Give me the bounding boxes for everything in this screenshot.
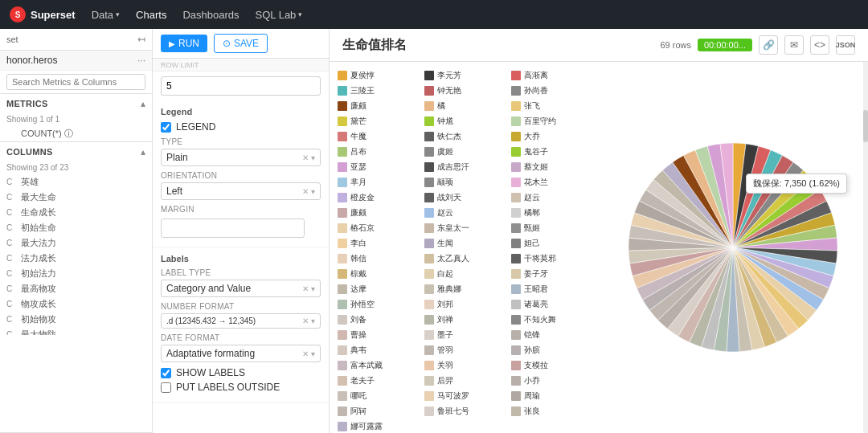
orientation-label: ORIENTATION bbox=[161, 171, 321, 180]
scrollbar[interactable] bbox=[863, 62, 868, 433]
legend-item: 娜可露露 bbox=[338, 419, 421, 433]
save-button[interactable]: ⊙ SAVE bbox=[214, 34, 268, 53]
legend-color bbox=[338, 345, 347, 355]
sidebar-db-item[interactable]: honor.heros ··· bbox=[0, 51, 152, 71]
column-item[interactable]: C最大法力 bbox=[0, 235, 152, 251]
row-limit-input[interactable] bbox=[161, 76, 321, 96]
legend-item: 孙膑 bbox=[511, 343, 595, 357]
col-type: C bbox=[6, 300, 18, 308]
column-item[interactable]: C初始生命 bbox=[0, 220, 152, 235]
date-format-select[interactable]: Adaptative formating ✕ ▾ bbox=[161, 345, 321, 362]
legend-text: 百里守约 bbox=[524, 116, 556, 127]
mail-icon[interactable]: ✉ bbox=[784, 35, 804, 55]
legend-color bbox=[424, 239, 434, 248]
legend-color bbox=[511, 147, 521, 157]
column-item[interactable]: C生命成长 bbox=[0, 205, 152, 220]
legend-item: 橘郸 bbox=[511, 206, 595, 220]
legend-item: 富本武藏 bbox=[338, 358, 421, 373]
metrics-section-header[interactable]: Metrics ▴ bbox=[0, 94, 152, 113]
legend-text: 老夫子 bbox=[350, 375, 375, 386]
legend-item: 马可波罗 bbox=[424, 389, 508, 403]
collapse-icon[interactable]: ↤ bbox=[137, 34, 145, 45]
legend-item: 钟馗 bbox=[424, 114, 508, 129]
nav-data[interactable]: Data ▾ bbox=[92, 9, 120, 21]
legend-color bbox=[338, 208, 347, 218]
legend-item: 诸葛亮 bbox=[511, 297, 595, 312]
label-type-value: Category and Value bbox=[166, 283, 251, 294]
columns-section-header[interactable]: Columns ▴ bbox=[0, 142, 152, 161]
nav-data-arrow: ▾ bbox=[116, 10, 120, 18]
column-item[interactable]: C英雄 bbox=[0, 174, 152, 190]
chart-panel: 生命值排名 69 rows 00:00:00... 🔗 ✉ <> JSON 夏侯… bbox=[330, 29, 868, 433]
col-type: C bbox=[6, 178, 18, 186]
col-name: 法力成长 bbox=[21, 252, 56, 264]
column-item[interactable]: C最大物防 bbox=[0, 327, 152, 335]
legend-text: 钟无艳 bbox=[437, 85, 461, 96]
legend-text: 刘备 bbox=[350, 314, 366, 325]
legend-color bbox=[511, 178, 521, 187]
sidebar-db-menu[interactable]: ··· bbox=[137, 55, 145, 66]
col-name: 最高物攻 bbox=[21, 283, 56, 295]
legend-color bbox=[511, 269, 521, 279]
show-labels-checkbox[interactable] bbox=[161, 368, 171, 378]
column-item[interactable]: C初始法力 bbox=[0, 266, 152, 281]
legend-text: 不知火舞 bbox=[524, 314, 556, 325]
legend-color bbox=[511, 376, 521, 386]
legend-color bbox=[424, 284, 434, 294]
put-labels-outside-checkbox[interactable] bbox=[161, 382, 171, 393]
legend-item: 刘备 bbox=[338, 312, 421, 327]
orientation-select[interactable]: Left ✕ ▾ bbox=[161, 182, 321, 200]
metrics-item[interactable]: COUNT(*) ⓘ bbox=[0, 126, 152, 141]
legend-text: 亚瑟 bbox=[350, 161, 366, 173]
legend-item: 李白 bbox=[338, 236, 421, 251]
label-type-arrow: ✕ ▾ bbox=[302, 284, 315, 293]
legend-color bbox=[511, 86, 521, 96]
legend-item: 刘禅 bbox=[424, 312, 508, 327]
search-input[interactable] bbox=[6, 74, 145, 90]
legend-text: 生闻 bbox=[437, 238, 453, 249]
legend-text: 阿轲 bbox=[350, 406, 366, 417]
column-item[interactable]: C物攻成长 bbox=[0, 296, 152, 312]
legend-color bbox=[511, 132, 521, 141]
legend-item: 廉颇 bbox=[338, 206, 421, 220]
orientation-arrow: ✕ ▾ bbox=[302, 187, 315, 196]
json-icon[interactable]: JSON bbox=[836, 35, 855, 55]
nav-dashboards[interactable]: Dashboards bbox=[182, 9, 239, 21]
logo-icon: S bbox=[10, 6, 26, 22]
nav-sqllab[interactable]: SQL Lab ▾ bbox=[256, 9, 303, 21]
legend-item: 战刘天 bbox=[424, 190, 508, 205]
column-item[interactable]: C法力成长 bbox=[0, 251, 152, 266]
nav-charts[interactable]: Charts bbox=[136, 9, 166, 21]
columns-section: Columns ▴ Showing 23 of 23 C英雄C最大生命C生命成长… bbox=[0, 142, 152, 433]
number-format-select[interactable]: .d (12345.432 → 12,345) ✕ ▾ bbox=[161, 313, 321, 329]
column-item[interactable]: C初始物攻 bbox=[0, 312, 152, 327]
code-icon[interactable]: <> bbox=[810, 35, 829, 55]
margin-input[interactable] bbox=[161, 219, 305, 238]
legend-color bbox=[338, 71, 347, 80]
legend-text: 牛魔 bbox=[350, 131, 366, 142]
col-name: 最大法力 bbox=[21, 237, 56, 249]
legend-area: 夏侯惇李元芳高渐离三陵王钟无艳孙尚香廉颇橘张飞黛芒钟馗百里守约牛魔铁仁杰大乔吕布… bbox=[330, 62, 603, 433]
legend-text: 关羽 bbox=[437, 360, 453, 371]
legend-item: 关羽 bbox=[424, 358, 508, 373]
legend-color bbox=[424, 101, 434, 111]
label-type-select[interactable]: Category and Value ✕ ▾ bbox=[161, 280, 321, 297]
col-type: C bbox=[6, 223, 18, 232]
legend-color bbox=[424, 71, 434, 80]
legend-text: 廉颇 bbox=[350, 100, 366, 112]
link-icon[interactable]: 🔗 bbox=[759, 35, 778, 55]
legend-item: 高渐离 bbox=[511, 68, 595, 83]
type-select[interactable]: Plain ✕ ▾ bbox=[161, 149, 321, 166]
col-type: C bbox=[6, 239, 18, 247]
search-box bbox=[0, 71, 152, 94]
legend-color bbox=[424, 376, 434, 386]
legend-color bbox=[511, 315, 521, 325]
logo[interactable]: S Superset bbox=[10, 6, 76, 22]
column-item[interactable]: C最高物攻 bbox=[0, 281, 152, 296]
metric-name: COUNT(*) ⓘ bbox=[21, 128, 73, 140]
column-item[interactable]: C最大生命 bbox=[0, 190, 152, 205]
legend-checkbox[interactable] bbox=[161, 122, 171, 133]
run-button[interactable]: ▶ RUN bbox=[161, 35, 207, 52]
columns-section-title: Columns bbox=[6, 147, 53, 157]
put-labels-outside-label: PUT LABELS OUTSIDE bbox=[176, 382, 280, 393]
